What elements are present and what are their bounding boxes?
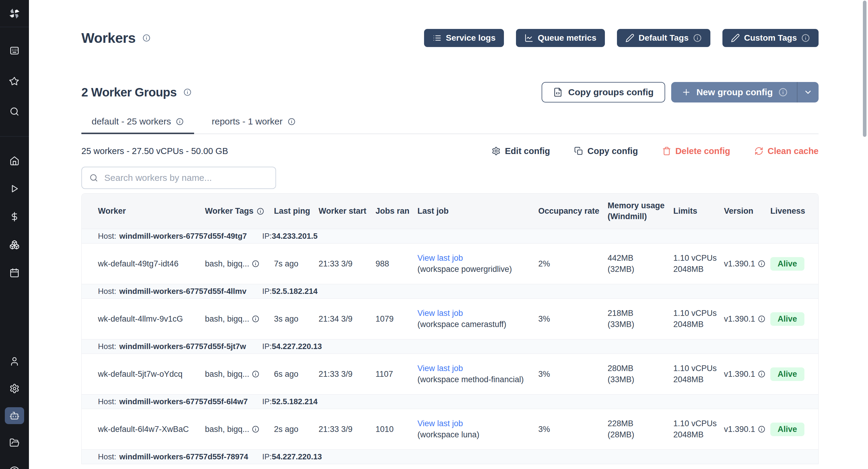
clean-cache-button[interactable]: Clean cache xyxy=(754,146,818,156)
info-icon[interactable] xyxy=(252,370,259,378)
sidebar-item-star[interactable] xyxy=(5,73,24,90)
custom-tags-button[interactable]: Custom Tags xyxy=(722,29,818,47)
sidebar-item-boxes[interactable] xyxy=(5,236,24,253)
host-label: Host: xyxy=(98,231,116,241)
info-icon[interactable] xyxy=(252,425,259,433)
info-icon[interactable] xyxy=(758,370,766,378)
memory-windmill: (32MB) xyxy=(608,264,673,274)
liveness-badge: Alive xyxy=(770,423,804,436)
info-icon[interactable] xyxy=(256,207,264,215)
sidebar-item-settings[interactable] xyxy=(5,380,24,397)
version-value: v1.390.1 xyxy=(724,425,755,434)
sidebar-item-folder-open[interactable] xyxy=(5,434,24,451)
limits-memory: 2048MB xyxy=(673,264,724,274)
version: v1.390.1 xyxy=(724,425,770,434)
dollar-icon xyxy=(9,212,20,222)
worker-tags-value: bash, bigq... xyxy=(205,259,249,269)
tab-default[interactable]: default - 25 workers xyxy=(82,116,194,134)
default-tags-button[interactable]: Default Tags xyxy=(617,29,710,47)
view-last-job-link[interactable]: View last job xyxy=(417,309,538,318)
trash-icon xyxy=(662,147,671,156)
host-value: windmill-workers-67757d55f-5jt7w xyxy=(119,342,246,351)
group-summary-text: 25 workers - 27.50 vCPUs - 50.00 GB xyxy=(82,146,228,156)
sidebar-item-home[interactable] xyxy=(5,152,24,169)
worker-tags: bash, bigq... xyxy=(205,370,274,379)
memory-total: 442MB xyxy=(608,253,673,263)
copy-config-button[interactable]: Copy config xyxy=(574,146,638,156)
limits-vcpus: 1.10 vCPUs xyxy=(673,419,724,428)
queue-metrics-button[interactable]: Queue metrics xyxy=(516,29,605,47)
info-icon[interactable] xyxy=(758,315,766,323)
last-job-workspace: (workspace camerastuff) xyxy=(417,320,538,329)
limits-memory: 2048MB xyxy=(673,375,724,384)
sidebar-item-eye[interactable] xyxy=(5,462,24,469)
sidebar-item-calendar[interactable] xyxy=(5,264,24,281)
view-last-job-link[interactable]: View last job xyxy=(417,253,538,263)
worker-start: 21:33 3/9 xyxy=(318,425,375,434)
ip-value: 54.227.220.13 xyxy=(272,342,322,351)
worker-name: wk-default-49tg7-idt46 xyxy=(98,259,205,269)
edit-config-button[interactable]: Edit config xyxy=(492,146,550,156)
last-ping: 3s ago xyxy=(274,314,318,324)
worker-tags-value: bash, bigq... xyxy=(205,425,249,434)
pen-icon xyxy=(625,33,634,42)
sidebar-item-robot[interactable] xyxy=(5,407,24,424)
worker-tags: bash, bigq... xyxy=(205,314,274,324)
line-chart-icon xyxy=(524,33,533,42)
memory-usage: 228MB(28MB) xyxy=(608,419,673,439)
info-icon[interactable] xyxy=(252,260,259,268)
sidebar-item-keypad[interactable] xyxy=(5,42,24,59)
column-header-label: Occupancy rate xyxy=(538,206,599,216)
ip-label: IP: xyxy=(262,342,272,351)
last-job-workspace: (workspace method-financial) xyxy=(417,375,538,384)
page-title: Workers xyxy=(82,30,135,46)
plus-icon xyxy=(681,87,691,97)
version-value: v1.390.1 xyxy=(724,314,755,324)
new-group-config-button[interactable]: New group config xyxy=(671,82,818,102)
info-icon xyxy=(801,33,810,42)
table-body: Host:windmill-workers-67757d55f-49tg7IP:… xyxy=(82,229,818,464)
info-icon[interactable] xyxy=(758,260,766,268)
info-icon[interactable] xyxy=(252,315,259,323)
search-input[interactable] xyxy=(104,173,268,183)
sidebar-item-user[interactable] xyxy=(5,353,24,370)
keypad-icon xyxy=(9,45,20,56)
host-ip: IP:54.227.220.13 xyxy=(262,452,322,462)
worker-groups-info-icon[interactable] xyxy=(183,88,192,96)
host-label: Host: xyxy=(98,342,116,351)
ip-label: IP: xyxy=(262,231,272,241)
last-job: View last job(workspace luna) xyxy=(417,419,538,439)
info-icon[interactable] xyxy=(287,118,296,126)
liveness: Alive xyxy=(770,312,818,326)
view-last-job-link[interactable]: View last job xyxy=(417,364,538,373)
memory-usage: 218MB(33MB) xyxy=(608,309,673,329)
ip-label: IP: xyxy=(262,397,272,406)
new-group-config-dropdown[interactable] xyxy=(797,82,818,102)
table-header-row: WorkerWorker TagsLast pingWorker startJo… xyxy=(82,193,818,229)
info-icon[interactable] xyxy=(758,425,766,433)
version: v1.390.1 xyxy=(724,314,770,324)
windmill-logo[interactable] xyxy=(0,0,29,27)
vertical-scrollbar-thumb[interactable] xyxy=(863,1,867,137)
sidebar-item-play[interactable] xyxy=(5,180,24,197)
workers-info-icon[interactable] xyxy=(142,34,151,42)
host-value: windmill-workers-67757d55f-4llmv xyxy=(119,287,247,296)
ip-label: IP: xyxy=(262,287,272,296)
action-label: Delete config xyxy=(675,146,730,156)
eye-icon xyxy=(9,465,20,469)
service-logs-button[interactable]: Service logs xyxy=(424,29,504,47)
host-ip: IP:54.227.220.13 xyxy=(262,342,322,351)
liveness: Alive xyxy=(770,423,818,436)
view-last-job-link[interactable]: View last job xyxy=(417,419,538,428)
button-label: Default Tags xyxy=(639,33,689,43)
info-icon[interactable] xyxy=(176,118,184,126)
sidebar-item-search[interactable] xyxy=(5,103,24,120)
new-group-info-icon[interactable] xyxy=(778,87,788,97)
limits-vcpus: 1.10 vCPUs xyxy=(673,253,724,263)
tab-reports[interactable]: reports - 1 worker xyxy=(201,116,306,134)
sidebar-item-dollar[interactable] xyxy=(5,208,24,225)
chevron-down-icon xyxy=(804,88,812,97)
copy-groups-config-button[interactable]: Copy groups config xyxy=(541,82,665,102)
column-header-worker-tags: Worker Tags xyxy=(205,206,274,216)
delete-config-button[interactable]: Delete config xyxy=(662,146,730,156)
